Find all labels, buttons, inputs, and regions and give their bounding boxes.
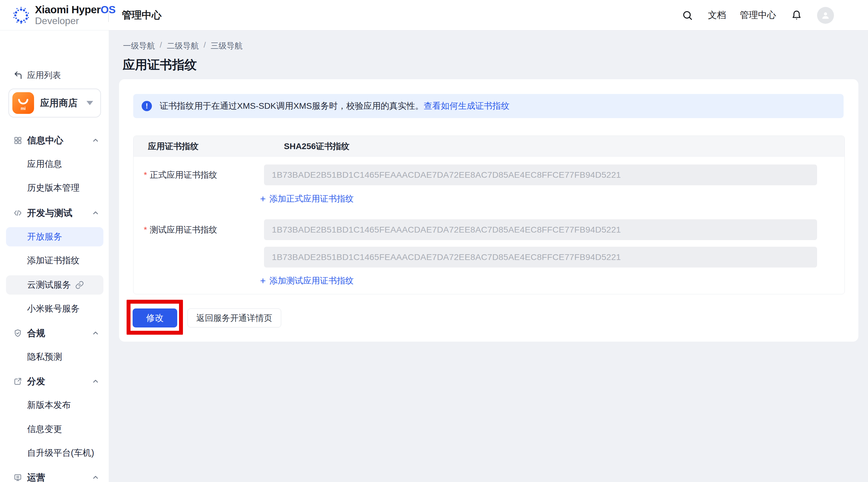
sidebar: 应用列表 mi 应用商店 信息中心 应用信息 历史版本管理 开发与测试 开放服务: [0, 30, 109, 482]
plus-icon: +: [260, 194, 266, 204]
page-title: 应用证书指纹: [123, 57, 197, 73]
item-label: 信息变更: [27, 423, 62, 435]
back-label: 应用列表: [27, 70, 61, 81]
breadcrumb-separator: /: [204, 40, 206, 51]
banner-text: 证书指纹用于在通过XMS-SDK调用XMS服务时，校验应用的真实性。: [160, 100, 424, 112]
nav-docs[interactable]: 文档: [708, 9, 726, 22]
add-link-text: 添加测试应用证书指纹: [270, 275, 354, 287]
chevron-up-icon: [92, 329, 99, 337]
breadcrumb-level2[interactable]: 二级导航: [167, 40, 198, 51]
shield-check-icon: [13, 329, 22, 338]
add-link-text: 添加正式应用证书指纹: [270, 193, 354, 204]
add-test-fingerprint-link[interactable]: + 添加测试应用证书指纹: [260, 274, 354, 288]
item-label: 历史版本管理: [27, 182, 80, 194]
brand-name-black: Xiaomi Hyper: [35, 4, 101, 15]
chevron-up-icon: [92, 136, 99, 144]
back-to-service-detail-button[interactable]: 返回服务开通详情页: [187, 309, 281, 327]
search-icon[interactable]: [681, 9, 694, 22]
notification-bell-icon[interactable]: [790, 9, 803, 22]
sidebar-group-info-center[interactable]: 信息中心: [0, 131, 109, 150]
sidebar-item-add-cert-fingerprint[interactable]: 添加证书指纹: [0, 251, 109, 270]
group-label: 信息中心: [27, 134, 63, 147]
mi-appstore-icon: mi: [12, 92, 34, 114]
back-to-app-list[interactable]: 应用列表: [0, 66, 109, 85]
breadcrumb-level3[interactable]: 三级导航: [211, 40, 243, 51]
banner-help-link[interactable]: 查看如何生成证书指纹: [424, 100, 510, 112]
row-label-test: * 测试应用证书指纹: [144, 219, 217, 240]
sidebar-item-new-version-release[interactable]: 新版本发布: [0, 395, 109, 415]
fingerprint-table: 应用证书指纹 SHA256证书指纹 * 正式应用证书指纹 + 添加正式应用证书指…: [133, 135, 845, 294]
breadcrumb-level1[interactable]: 一级导航: [123, 40, 155, 51]
item-label: 新版本发布: [27, 399, 71, 411]
modify-button[interactable]: 修改: [133, 309, 177, 327]
info-banner: ! 证书指纹用于在通过XMS-SDK调用XMS服务时，校验应用的真实性。 查看如…: [133, 94, 844, 118]
required-asterisk: *: [144, 170, 147, 180]
topbar-divider: [108, 9, 109, 22]
external-link-icon: [75, 281, 84, 289]
topbar-title: 管理中心: [122, 0, 161, 30]
sidebar-item-cloud-test-service[interactable]: 云测试服务: [6, 275, 103, 295]
sidebar-item-open-services[interactable]: 开放服务: [6, 227, 103, 247]
brand-logo[interactable]: Xiaomi HyperOS Developer: [11, 0, 116, 30]
chevron-up-icon: [92, 474, 99, 481]
item-label: 小米账号服务: [27, 303, 80, 315]
hyperos-logo-icon: [11, 6, 31, 25]
sidebar-item-info-change[interactable]: 信息变更: [0, 420, 109, 439]
person-icon: [820, 10, 831, 21]
breadcrumb: 一级导航 / 二级导航 / 三级导航: [123, 40, 243, 51]
sidebar-item-privacy-prediction[interactable]: 隐私预测: [0, 347, 109, 366]
item-label: 云测试服务: [27, 279, 71, 291]
user-avatar[interactable]: [817, 7, 834, 24]
item-label: 添加证书指纹: [27, 255, 80, 267]
breadcrumb-separator: /: [160, 40, 162, 51]
add-production-fingerprint-link[interactable]: + 添加正式应用证书指纹: [260, 192, 354, 206]
sidebar-group-distribution[interactable]: 分发: [0, 372, 109, 391]
sidebar-item-self-upgrade-platform[interactable]: 自升级平台(车机): [0, 444, 109, 463]
code-icon: [13, 208, 22, 218]
sidebar-group-operations[interactable]: 运营: [0, 468, 109, 482]
production-fingerprint-input: [264, 164, 817, 185]
item-label: 应用信息: [27, 158, 62, 170]
plus-icon: +: [260, 276, 266, 286]
sidebar-item-app-info[interactable]: 应用信息: [0, 155, 109, 174]
sidebar-group-dev-test[interactable]: 开发与测试: [0, 203, 109, 223]
item-label: 隐私预测: [27, 351, 62, 363]
table-header: 应用证书指纹 SHA256证书指纹: [133, 136, 844, 157]
group-label: 运营: [27, 472, 45, 482]
label-text: 正式应用证书指纹: [150, 169, 217, 181]
return-arrow-icon: [13, 70, 23, 80]
test-fingerprint-input-2: [264, 247, 817, 267]
row-label-production: * 正式应用证书指纹: [144, 164, 217, 185]
share-external-icon: [13, 377, 22, 386]
group-label: 合规: [27, 327, 45, 340]
app-selector-dropdown[interactable]: mi 应用商店: [8, 89, 101, 118]
chevron-down-icon: [87, 101, 93, 105]
test-fingerprint-input-1: [264, 219, 817, 240]
content-card: ! 证书指纹用于在通过XMS-SDK调用XMS服务时，校验应用的真实性。 查看如…: [119, 79, 858, 342]
info-icon: !: [142, 101, 152, 111]
column-header-sha256: SHA256证书指纹: [284, 136, 350, 157]
item-label: 开放服务: [27, 231, 62, 243]
group-label: 开发与测试: [27, 207, 72, 219]
brand-name: Xiaomi HyperOS: [35, 4, 116, 15]
svg-text:mi: mi: [21, 106, 26, 111]
sidebar-item-history-versions[interactable]: 历史版本管理: [0, 178, 109, 198]
sidebar-item-xiaomi-account-service[interactable]: 小米账号服务: [0, 299, 109, 318]
column-header-cert: 应用证书指纹: [148, 136, 198, 157]
brand-subtitle: Developer: [35, 16, 116, 26]
chevron-up-icon: [92, 209, 99, 217]
sidebar-group-compliance[interactable]: 合规: [0, 324, 109, 343]
item-label: 自升级平台(车机): [27, 447, 94, 459]
selected-app-name: 应用商店: [40, 97, 78, 109]
group-label: 分发: [27, 375, 45, 388]
required-asterisk: *: [144, 225, 147, 235]
topbar: Xiaomi HyperOS Developer 管理中心 文档 管理中心: [0, 0, 868, 30]
monitor-icon: [13, 473, 22, 482]
chevron-up-icon: [92, 378, 99, 385]
nav-console[interactable]: 管理中心: [740, 9, 776, 22]
grid-icon: [13, 136, 22, 145]
label-text: 测试应用证书指纹: [150, 224, 217, 235]
